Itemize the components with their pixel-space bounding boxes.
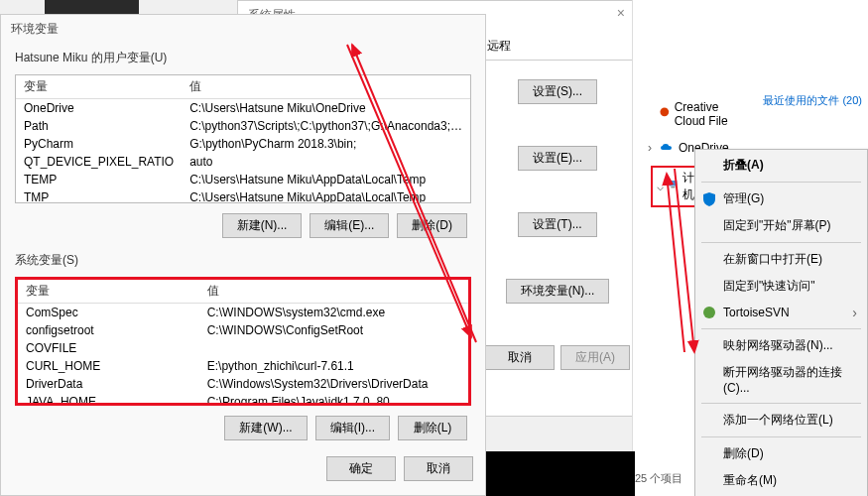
close-icon[interactable]: × <box>617 5 625 21</box>
computer-icon <box>668 179 679 194</box>
ctx-item-label: 管理(G) <box>723 190 764 207</box>
var-value: C:\Users\Hatsune Miku\AppData\Local\Temp <box>182 188 471 203</box>
env-vars-button[interactable]: 环境变量(N)... <box>506 279 610 304</box>
var-value: C:\Windows\System32\Drivers\DriverData <box>199 375 468 393</box>
separator <box>701 403 861 404</box>
ctx-item-label: 固定到"快速访问" <box>723 278 815 295</box>
table-row[interactable]: PyCharmG:\python\PyCharm 2018.3\bin; <box>16 135 471 153</box>
separator <box>701 182 861 183</box>
table-row[interactable]: OneDriveC:\Users\Hatsune Miku\OneDrive <box>16 99 471 118</box>
cancel-button[interactable]: 取消 <box>404 456 473 481</box>
sidebar-item-label: Creative Cloud File <box>675 100 748 128</box>
new-n-button[interactable]: 新建(N)... <box>222 213 303 238</box>
svg-point-3 <box>703 307 715 318</box>
table-row[interactable]: TMPC:\Users\Hatsune Miku\AppData\Local\T… <box>16 188 471 203</box>
table-row[interactable]: COVFILE <box>18 339 468 357</box>
svg-rect-2 <box>671 186 675 187</box>
new-w-button[interactable]: 新建(W)... <box>224 416 307 440</box>
chevron-down-icon[interactable] <box>657 180 664 193</box>
apply-button[interactable]: 应用(A) <box>560 345 630 370</box>
submenu-arrow-icon <box>852 305 857 320</box>
var-name: JAVA_HOME <box>18 393 199 406</box>
sidebar-item-creative-cloud[interactable]: Creative Cloud File <box>655 98 752 130</box>
table-row[interactable]: JAVA_HOMEC:\Program Files\Java\jdk1.7.0_… <box>18 393 468 406</box>
ctx-item-label: 在新窗口中打开(E) <box>723 251 822 268</box>
user-vars-label: Hatsune Miku 的用户变量(U) <box>1 44 485 72</box>
table-row[interactable]: TEMPC:\Users\Hatsune Miku\AppData\Local\… <box>16 171 471 188</box>
ok-button[interactable]: 确定 <box>326 456 396 481</box>
creative-cloud-icon <box>659 106 671 122</box>
cloud-icon <box>659 140 675 156</box>
ctx-item-label: 固定到"开始"屏幕(P) <box>723 217 831 234</box>
context-menu: 折叠(A)管理(G)固定到"开始"屏幕(P)在新窗口中打开(E)固定到"快速访问… <box>694 149 868 496</box>
table-row[interactable]: QT_DEVICE_PIXEL_RATIOauto <box>16 153 471 171</box>
table-row[interactable]: PathC:\python37\Scripts\;C:\python37\;G:… <box>16 117 471 135</box>
var-value: C:\Users\Hatsune Miku\AppData\Local\Temp <box>182 171 471 188</box>
sys-props-buttons: 设置(S)... 设置(E)... 设置(T)... 环境变量(N)... 取消… <box>488 79 627 370</box>
table-row[interactable]: configsetrootC:\WINDOWS\ConfigSetRoot <box>18 321 468 339</box>
ctx-item[interactable]: 折叠(A) <box>695 152 867 179</box>
col-value[interactable]: 值 <box>182 75 471 99</box>
var-value: G:\python\PyCharm 2018.3\bin; <box>182 135 471 153</box>
ctx-item[interactable]: TortoiseSVN <box>695 300 867 325</box>
ctx-item[interactable]: 管理(G) <box>695 186 867 212</box>
user-vars-table[interactable]: 变量值 OneDriveC:\Users\Hatsune Miku\OneDri… <box>15 74 471 203</box>
ctx-item-label: 删除(D) <box>723 445 764 462</box>
col-variable[interactable]: 变量 <box>16 75 182 99</box>
var-name: DriverData <box>18 375 199 393</box>
ctx-item[interactable]: 在新窗口中打开(E) <box>695 246 867 273</box>
var-name: OneDrive <box>16 99 182 118</box>
delete-l-button[interactable]: 删除(L) <box>398 416 467 440</box>
var-name: Path <box>16 117 182 135</box>
ctx-item-label: 映射网络驱动器(N)... <box>723 337 833 354</box>
separator <box>701 242 861 243</box>
chevron-icon[interactable] <box>645 141 655 155</box>
ctx-item[interactable]: 映射网络驱动器(N)... <box>695 332 867 359</box>
var-name: PyCharm <box>16 135 182 153</box>
var-value: C:\Users\Hatsune Miku\OneDrive <box>182 99 471 118</box>
var-name: ComSpec <box>18 304 199 322</box>
var-value: C:\WINDOWS\ConfigSetRoot <box>199 321 468 339</box>
ctx-item-label: 折叠(A) <box>723 157 764 174</box>
table-row[interactable]: CURL_HOMEE:\python_zhichi\curl-7.61.1 <box>18 357 468 375</box>
separator <box>701 436 861 437</box>
shield-icon <box>701 191 717 207</box>
ctx-item[interactable]: 添加一个网络位置(L) <box>695 407 867 434</box>
var-value: E:\python_zhichi\curl-7.61.1 <box>199 357 468 375</box>
env-title: 环境变量 <box>1 15 485 44</box>
ctx-item[interactable]: 固定到"开始"屏幕(P) <box>695 212 867 239</box>
svg-rect-1 <box>669 181 677 186</box>
var-name: CURL_HOME <box>18 357 199 375</box>
col-value[interactable]: 值 <box>199 280 468 304</box>
ctx-item[interactable]: 删除(D) <box>695 440 867 467</box>
svg-point-0 <box>660 107 669 116</box>
ctx-item-label: TortoiseSVN <box>723 306 790 319</box>
var-value <box>199 339 468 357</box>
ctx-item[interactable]: 固定到"快速访问" <box>695 273 867 300</box>
edit-e-button[interactable]: 编辑(E)... <box>310 213 389 238</box>
settings-s-button[interactable]: 设置(S)... <box>518 79 597 104</box>
var-name: TMP <box>16 188 182 203</box>
settings-t-button[interactable]: 设置(T)... <box>518 212 596 237</box>
recent-files-link[interactable]: 最近使用的文件 (20) <box>763 93 862 108</box>
ctx-item-label: 断开网络驱动器的连接(C)... <box>723 364 857 395</box>
sys-vars-table[interactable]: 变量值 ComSpecC:\WINDOWS\system32\cmd.execo… <box>15 277 471 406</box>
table-row[interactable]: ComSpecC:\WINDOWS\system32\cmd.exe <box>18 304 468 322</box>
settings-e-button[interactable]: 设置(E)... <box>518 146 597 171</box>
var-name: COVFILE <box>18 339 199 357</box>
cancel-button[interactable]: 取消 <box>485 345 555 370</box>
ctx-item[interactable]: 断开网络驱动器的连接(C)... <box>695 359 867 400</box>
status-bar: 25 个项目 <box>635 471 682 486</box>
var-value: C:\Program Files\Java\jdk1.7.0_80 <box>199 393 468 406</box>
ctx-item-label: 重命名(M) <box>723 472 777 489</box>
ctx-item-label: 添加一个网络位置(L) <box>723 412 833 429</box>
var-name: TEMP <box>16 171 182 188</box>
env-vars-dialog: 环境变量 Hatsune Miku 的用户变量(U) 变量值 OneDriveC… <box>0 14 486 496</box>
table-row[interactable]: DriverDataC:\Windows\System32\Drivers\Dr… <box>18 375 468 393</box>
sys-vars-label: 系统变量(S) <box>1 246 485 275</box>
edit-i-button[interactable]: 编辑(I)... <box>315 416 390 440</box>
ctx-item[interactable]: 重命名(M) <box>695 467 867 494</box>
separator <box>701 328 861 329</box>
delete-d-button[interactable]: 删除(D) <box>397 213 467 238</box>
col-variable[interactable]: 变量 <box>18 280 199 304</box>
